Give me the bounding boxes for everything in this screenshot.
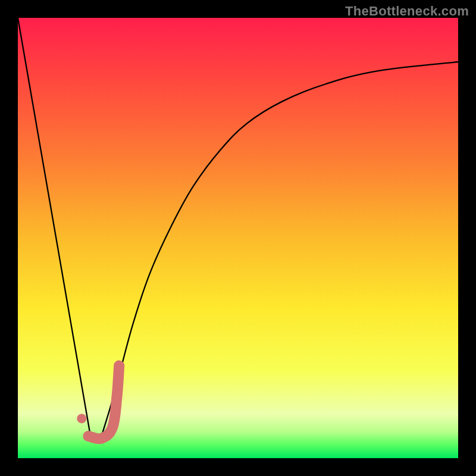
- chart-frame: TheBottleneck.com: [0, 0, 476, 476]
- watermark-text: TheBottleneck.com: [345, 4, 469, 19]
- plot-area: [18, 18, 458, 458]
- marker-dot: [77, 414, 86, 423]
- bottleneck-curve-chart: [18, 18, 458, 458]
- gradient-background: [18, 18, 458, 458]
